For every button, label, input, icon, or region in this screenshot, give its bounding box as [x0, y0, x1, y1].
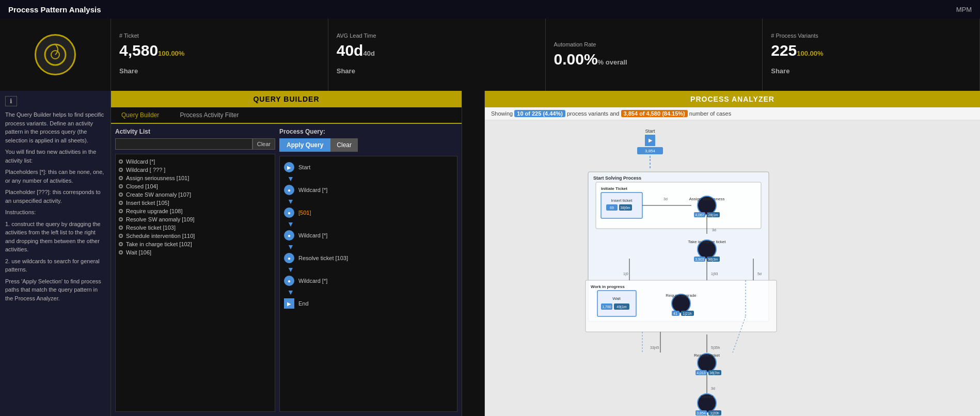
metric-auto-value: 0.00%% overall	[554, 51, 754, 68]
apply-query-button[interactable]: Apply Query	[279, 138, 330, 152]
svg-text:3,854: 3,854	[697, 411, 706, 415]
activity-label: Create SW anomaly [107]	[126, 191, 191, 198]
svg-text:Resolve ticket: Resolve ticket	[694, 353, 720, 358]
activity-item[interactable]: Create SW anomaly [107]	[119, 190, 272, 199]
metric-variants: # Process Variants 225100.00% Share	[763, 19, 980, 91]
svg-text:3,854: 3,854	[645, 149, 656, 153]
activity-item[interactable]: Resolve SW anomaly [109]	[119, 215, 272, 223]
pq-node-icon: ●	[284, 207, 294, 218]
pa-canvas[interactable]: ▶ Start 3,854 Start Solving Process Init…	[485, 120, 980, 416]
activity-dot	[119, 201, 123, 205]
info-desc-1: The Query Builder helps to find specific…	[5, 110, 105, 145]
activity-search-row: Clear	[115, 138, 275, 150]
info-icon: ℹ	[5, 96, 17, 106]
activity-item[interactable]: Wildcard [*]	[119, 157, 272, 166]
pq-node-icon: ●	[284, 253, 294, 263]
activity-dot	[119, 184, 123, 188]
query-builder-panel: QUERY BUILDER Query Builder Process Acti…	[111, 91, 462, 416]
pq-node[interactable]: ●Wildcard [*]	[284, 274, 453, 287]
activity-label: Wildcard [*]	[126, 158, 155, 165]
svg-text:Insert ticket: Insert ticket	[611, 198, 633, 203]
metrics-bar: # Ticket 4,580100.00% Share AVG Lead Tim…	[0, 19, 980, 91]
info-instr-2: 2. use wildcards to search for general p…	[5, 257, 105, 274]
pq-buttons: Apply Query Clear	[279, 138, 457, 152]
process-flow-svg: ▶ Start 3,854 Start Solving Process Init…	[485, 120, 924, 416]
process-query-scroll[interactable]: ▶Start▼●Wildcard [*]▼● [501]▼●Wildcard […	[279, 156, 457, 412]
info-ph1: Placeholders [*]: this can be none, one,…	[5, 168, 105, 185]
pq-arrow: ▼	[287, 265, 453, 274]
activity-label: Resolve ticket [103]	[126, 225, 176, 231]
pq-node-icon: ▶	[284, 298, 294, 309]
metric-lead-value: 40d40d Share	[337, 42, 537, 77]
pq-node: ▶Start	[284, 161, 453, 174]
info-panel: ℹ The Query Builder helps to find specif…	[0, 91, 111, 416]
svg-text:Start: Start	[645, 129, 655, 134]
activity-dot	[119, 193, 123, 197]
metric-auto-label: Automation Rate	[554, 41, 754, 47]
info-instr-title: Instructions:	[5, 208, 105, 217]
activity-label: Wildcard [ ??? ]	[126, 167, 165, 173]
svg-text:38|6m: 38|6m	[620, 206, 630, 210]
activity-item[interactable]: Assign seriousness [101]	[119, 174, 272, 182]
pq-node: ▶End	[284, 297, 453, 310]
activity-dot	[119, 217, 123, 221]
activity-search-input[interactable]	[115, 138, 252, 150]
activity-clear-button[interactable]: Clear	[252, 138, 275, 150]
activity-dot	[119, 226, 123, 230]
activity-item[interactable]: Require upgrade [108]	[119, 207, 272, 215]
svg-text:28|1m: 28|1m	[708, 213, 718, 217]
tab-process-activity-filter[interactable]: Process Activity Filter	[169, 107, 249, 123]
info-ph2: Placeholder [???]: this corresponds to a…	[5, 188, 105, 205]
main-area: ℹ The Query Builder helps to find specif…	[0, 91, 980, 416]
metric-ticket-value: 4,580100.00% Share	[119, 42, 320, 77]
info-desc-2: You will find two new activities in the …	[5, 148, 105, 165]
tab-query-builder[interactable]: Query Builder	[111, 107, 169, 124]
activity-item[interactable]: Insert ticket [105]	[119, 199, 272, 207]
svg-text:Assign seriousness: Assign seriousness	[689, 197, 725, 201]
activity-item[interactable]: Closed [104]	[119, 182, 272, 190]
activity-label: Require upgrade [108]	[126, 208, 182, 214]
metric-ticket-label: # Ticket	[119, 33, 320, 39]
activity-item[interactable]: Wildcard [ ??? ]	[119, 166, 272, 174]
app-logo	[0, 19, 111, 91]
toolbar	[462, 91, 485, 416]
activity-dot	[119, 168, 123, 172]
showing-text: Showing	[491, 110, 513, 117]
pq-arrow: ▼	[287, 287, 453, 297]
qb-tabs: Query Builder Process Activity Filter	[111, 107, 462, 124]
pq-arrow: ▼	[287, 197, 453, 206]
pq-node-icon: ●	[284, 230, 294, 241]
pq-node-label: End	[298, 300, 309, 307]
pq-node-label: Start	[298, 164, 310, 170]
activity-list-title: Activity List	[115, 128, 275, 135]
pq-node-icon: ●	[284, 185, 294, 195]
activity-list-scroll[interactable]: Wildcard [*]Wildcard [ ??? ]Assign serio…	[115, 154, 275, 412]
activity-item[interactable]: Resolve ticket [103]	[119, 223, 272, 232]
activity-label: Schedule intervention [110]	[126, 233, 195, 239]
pq-node[interactable]: ●Wildcard [*]	[284, 229, 453, 242]
activity-dot	[119, 234, 123, 238]
app-header: Process Pattern Analysis MPM	[0, 0, 980, 19]
variants-text: process variants and	[567, 110, 620, 117]
svg-text:49|1m: 49|1m	[617, 305, 626, 309]
clear-query-button[interactable]: Clear	[330, 138, 358, 152]
variants-highlight: 10 of 225 (4.44%)	[514, 110, 565, 117]
svg-text:Closed: Closed	[701, 394, 714, 399]
activity-item[interactable]: Take in charge ticket [102]	[119, 240, 272, 248]
pa-header: PROCESS ANALYZER	[485, 91, 980, 107]
activity-label: Wait [106]	[126, 249, 151, 255]
cases-text: number of cases	[689, 110, 731, 117]
activity-label: Take in charge ticket [102]	[126, 241, 192, 247]
activity-label: Assign seriousness [101]	[126, 175, 189, 181]
activity-item[interactable]: Wait [106]	[119, 248, 272, 257]
svg-text:Require upgrade: Require upgrade	[666, 293, 697, 298]
pq-node-label: Wildcard [*]	[298, 232, 327, 238]
activity-item[interactable]: Schedule intervention [110]	[119, 232, 272, 240]
pq-node-icon: ▶	[284, 162, 294, 172]
pq-node[interactable]: ●Wildcard [*]	[284, 183, 453, 197]
activity-label: Closed [104]	[126, 183, 158, 189]
metric-lead-label: AVG Lead Time	[337, 33, 537, 39]
pq-node-label: Wildcard [*]	[298, 187, 327, 193]
metric-lead-time: AVG Lead Time 40d40d Share	[328, 19, 546, 91]
pq-node[interactable]: ●Resolve ticket [103]	[284, 251, 453, 265]
